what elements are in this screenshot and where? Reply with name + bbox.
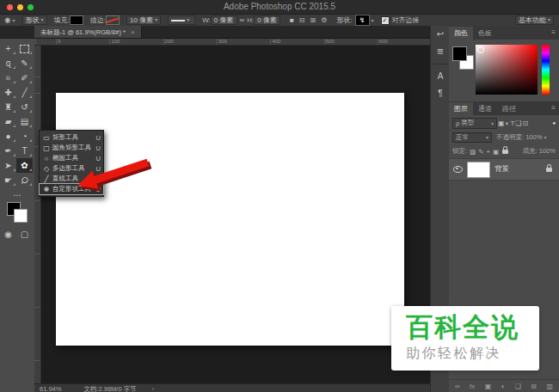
delete-layer-icon[interactable]: ▥: [546, 383, 553, 390]
layer-filter-toggle[interactable]: ●: [552, 120, 556, 126]
panel-menu-icon[interactable]: ≡: [551, 104, 556, 112]
lasso-tool[interactable]: ɋ: [0, 56, 16, 70]
filter-image-icon[interactable]: ▣: [498, 119, 505, 127]
background-color-swatch[interactable]: [14, 209, 28, 223]
shape-tool[interactable]: ✿: [16, 158, 33, 173]
panel-menu-icon[interactable]: ≡: [551, 28, 556, 36]
custom-shape-tool-item[interactable]: ❋自定形状工具U: [40, 184, 103, 194]
hue-slider[interactable]: [542, 45, 550, 95]
close-tab-icon[interactable]: ×: [131, 27, 135, 38]
canvas[interactable]: [56, 93, 404, 346]
character-panel-icon[interactable]: A: [431, 68, 450, 85]
blend-mode-select[interactable]: 正常 ▾: [452, 132, 492, 143]
pen-tool[interactable]: ✒: [0, 144, 16, 158]
history-panel-icon[interactable]: ↩: [431, 26, 450, 43]
dodge-tool[interactable]: ◔: [16, 129, 33, 144]
status-chevron-icon[interactable]: ›: [152, 385, 155, 392]
edit-toolbar-ellipsis[interactable]: …: [0, 189, 34, 198]
align-edges-checkbox[interactable]: ✓: [381, 16, 390, 25]
type-tool-icon: T: [22, 146, 27, 156]
path-selection-tool[interactable]: ➤: [0, 158, 16, 173]
chevron-down-icon[interactable]: ▾: [372, 17, 374, 23]
tab-swatches[interactable]: 色板: [473, 27, 497, 40]
stroke-width-field[interactable]: 10 像素 ▾: [126, 15, 161, 25]
path-operations-icon[interactable]: ■: [290, 16, 294, 24]
zoom-tool[interactable]: Ϙ: [16, 173, 33, 187]
new-layer-icon[interactable]: ⊞: [531, 383, 537, 390]
layer-thumbnail[interactable]: [467, 162, 490, 178]
flyout-item-label: 矩形工具: [52, 133, 78, 142]
history-brush-tool[interactable]: ↺: [16, 100, 33, 114]
filter-smart-object-icon[interactable]: ⊡: [522, 119, 528, 127]
lock-transparency-icon[interactable]: ▨: [470, 148, 476, 156]
lock-position-icon[interactable]: +: [486, 148, 489, 156]
rectangle-tool-item[interactable]: ▭矩形工具U: [40, 132, 103, 143]
path-operation-buttons: ■⊟⊞⚙: [287, 16, 329, 24]
tab-channels[interactable]: 通道: [473, 102, 497, 115]
blur-tool[interactable]: ●: [0, 129, 16, 144]
zoom-level[interactable]: 61.94%: [40, 385, 61, 392]
foreground-color-swatch[interactable]: [452, 46, 467, 61]
document-size-info: 文档:2.96M/0 字节: [83, 385, 136, 392]
color-field[interactable]: [476, 45, 538, 95]
layer-row-background[interactable]: 背景: [449, 158, 559, 181]
brush-tool[interactable]: ╱: [16, 85, 33, 100]
lock-row: 锁定: ▨✎+▣ 填充: 100%: [449, 144, 559, 158]
tool-preset-icon[interactable]: ❋: [4, 16, 11, 25]
gradient-tool[interactable]: ▤: [16, 114, 33, 129]
filter-adjustment-icon[interactable]: ◐: [506, 119, 510, 127]
eraser-tool[interactable]: ▰: [0, 114, 16, 129]
ellipse-tool-item[interactable]: ○椭圆工具U: [40, 153, 103, 163]
link-dimensions-icon[interactable]: ∞: [240, 16, 245, 24]
link-layers-icon[interactable]: ∞: [455, 383, 460, 390]
properties-panel-icon[interactable]: ≣: [431, 43, 450, 60]
stroke-style-select[interactable]: ▾: [168, 15, 195, 25]
opacity-control[interactable]: 不透明度: 100% ▾: [496, 133, 546, 142]
hand-tool[interactable]: ☛: [0, 173, 16, 187]
quick-mask-button[interactable]: ◉: [0, 227, 16, 242]
layer-visibility-eye-icon[interactable]: [453, 166, 463, 173]
layer-group-icon[interactable]: ❏: [515, 383, 521, 390]
tab-layers[interactable]: 图层: [449, 102, 473, 115]
color-field-cursor[interactable]: [477, 46, 484, 53]
adjustment-layer-icon[interactable]: ◐: [501, 383, 506, 390]
screen-mode-button[interactable]: ▢: [16, 227, 33, 242]
geometry-options-icon[interactable]: ⚙: [321, 16, 327, 24]
polygon-tool-item[interactable]: ◇多边形工具U: [40, 163, 103, 174]
marquee-tool[interactable]: [16, 41, 33, 56]
tab-color[interactable]: 颜色: [449, 27, 473, 40]
tool-mode-select[interactable]: 形状 ▾: [22, 15, 47, 25]
clone-stamp-tool[interactable]: ♜: [0, 100, 16, 114]
filter-shape-icon[interactable]: ❏: [515, 119, 521, 127]
rounded-rectangle-tool-item[interactable]: ▢圆角矩形工具U: [40, 143, 103, 153]
shape-height-field[interactable]: 0 像素: [254, 15, 280, 25]
path-alignment-icon[interactable]: ⊟: [299, 16, 305, 24]
type-tool[interactable]: T: [16, 144, 33, 158]
lock-image-icon[interactable]: ✎: [478, 148, 483, 156]
tab-paths[interactable]: 路径: [497, 102, 521, 115]
document-tab[interactable]: 未标题-1 @ 61.9%(RGB/8#) * ×: [34, 26, 142, 38]
shape-picker-thumbnail[interactable]: ↯: [355, 15, 370, 26]
eyedropper-tool[interactable]: ✐: [16, 70, 33, 85]
paragraph-panel-icon[interactable]: ¶: [431, 85, 450, 102]
path-arrange-icon[interactable]: ⊞: [310, 16, 316, 24]
crop-tool[interactable]: ⌗: [0, 70, 16, 85]
layer-style-icon[interactable]: fx: [470, 383, 475, 390]
workspace-select[interactable]: 基本功能 ▾: [515, 15, 554, 25]
healing-brush-tool[interactable]: ✚: [0, 85, 16, 100]
stroke-color-swatch[interactable]: [106, 15, 120, 25]
shape-width-field[interactable]: 0 像素: [211, 15, 237, 25]
color-panel-tabs: 颜色 色板 ≡: [449, 26, 559, 40]
layer-mask-icon[interactable]: ▣: [485, 383, 492, 390]
lock-artboard-icon[interactable]: ▣: [493, 148, 499, 156]
zoom-tool-icon: Ϙ: [17, 173, 33, 188]
filter-type-icon[interactable]: T: [510, 119, 514, 127]
lock-all-icon[interactable]: [502, 150, 508, 154]
quick-selection-tool[interactable]: ✎: [16, 56, 33, 70]
fill-color-swatch[interactable]: [70, 15, 83, 25]
layer-filter-select[interactable]: ρ 类型 ▾: [452, 118, 497, 129]
tool-preset-caret-icon[interactable]: ▾: [13, 17, 15, 23]
fill-control[interactable]: 填充: 100%: [523, 147, 556, 156]
line-tool-item[interactable]: ╱直线工具U: [40, 174, 103, 184]
move-tool[interactable]: +: [0, 41, 16, 56]
